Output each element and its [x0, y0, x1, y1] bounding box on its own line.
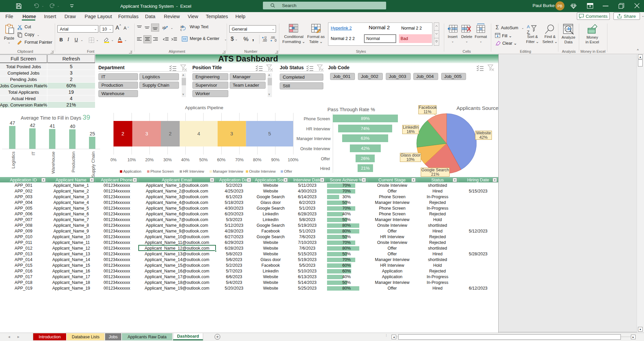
svg-text:5: 5 [268, 131, 271, 136]
svg-text:c: c [180, 28, 182, 31]
svg-text:0: 0 [265, 36, 267, 39]
svg-text:4: 4 [197, 131, 200, 136]
svg-text:Z: Z [527, 30, 530, 35]
svg-text:A: A [527, 24, 530, 29]
svg-text:3: 3 [145, 131, 148, 136]
svg-text:ab: ab [162, 26, 166, 30]
svg-text:0: 0 [275, 39, 277, 42]
svg-text:2: 2 [169, 131, 172, 136]
svg-text:2: 2 [122, 131, 124, 136]
svg-text:3: 3 [230, 131, 233, 136]
